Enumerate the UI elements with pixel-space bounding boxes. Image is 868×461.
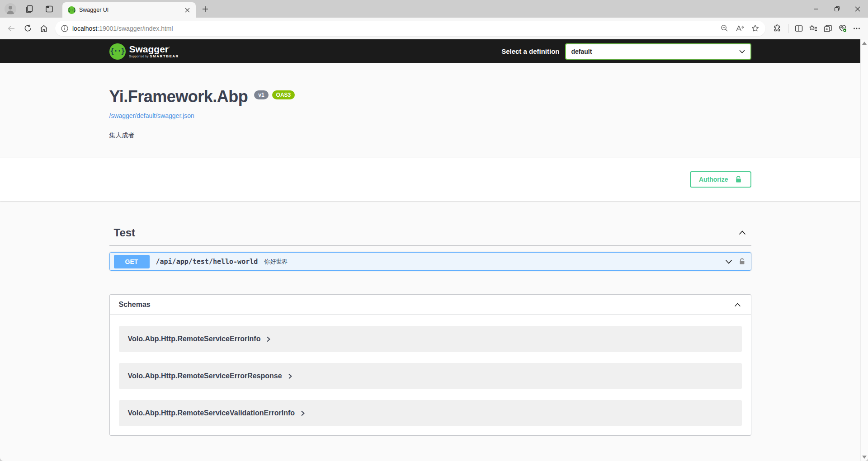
select-definition-label: Select a definition [501,47,559,55]
new-tab-button[interactable] [198,2,212,16]
window-close-button[interactable] [847,0,868,18]
swagger-logo[interactable]: {··} Swagger. Supported by SMARTBEAR [109,43,179,60]
schemas-title: Schemas [119,301,151,309]
schemas-section: Schemas Volo.Abp.Http.RemoteServiceError… [109,294,751,436]
url-host: localhost [72,25,97,32]
site-info-icon[interactable] [61,24,69,33]
window-restore-button[interactable] [826,0,847,18]
collections-icon[interactable] [821,22,835,35]
browser-essentials-icon[interactable] [835,22,849,35]
favorites-list-icon[interactable] [807,22,820,35]
chevron-right-icon [301,410,305,416]
swagger-page: {··} Swagger. Supported by SMARTBEAR Sel… [0,39,860,461]
profile-avatar-icon[interactable] [5,3,16,15]
favorite-star-icon[interactable] [748,22,762,35]
collapse-chevron-up-icon[interactable] [734,303,741,307]
operation-path[interactable]: /api/app/test/hello-world [156,258,258,266]
auth-lock-icon[interactable] [739,258,745,265]
url-text[interactable]: localhost:19001/swagger/index.html [72,25,714,32]
api-title: Yi.Framework.Abp [109,89,248,105]
model-name: Volo.Abp.Http.RemoteServiceErrorResponse [128,372,282,380]
tab-actions-icon[interactable] [42,2,56,16]
authorize-button-label: Authorize [699,176,728,183]
settings-more-icon[interactable] [850,22,863,35]
unlock-icon [735,175,742,183]
version-badge: v1 [254,90,268,99]
read-aloud-icon[interactable] [733,22,746,35]
method-badge[interactable]: GET [114,255,150,268]
swagger-logo-icon: {··} [109,43,126,60]
operation-row-get-hello-world[interactable]: GET /api/app/test/hello-world 你好世界 [109,252,751,271]
collapse-chevron-up-icon[interactable] [739,230,746,235]
zoom-out-icon[interactable] [717,22,731,35]
spec-json-link[interactable]: /swagger/default/swagger.json [109,112,194,119]
definition-select-value: default [571,48,592,55]
swagger-favicon-icon: {··} [68,6,75,14]
definition-select[interactable]: default [565,43,751,60]
model-row-remote-service-error-info[interactable]: Volo.Abp.Http.RemoteServiceErrorInfo [119,326,742,352]
tag-section-test[interactable]: Test [109,222,751,246]
model-name: Volo.Abp.Http.RemoteServiceValidationErr… [128,409,295,417]
browser-toolbar: localhost:19001/swagger/index.html [0,18,868,39]
swagger-topbar: {··} Swagger. Supported by SMARTBEAR Sel… [0,39,860,63]
swagger-logo-text: Swagger [129,44,169,54]
home-icon[interactable] [37,22,51,35]
chevron-right-icon [267,336,270,342]
smartbear-brand: SMARTBEAR [150,54,179,58]
scroll-down-icon[interactable] [862,456,867,459]
split-screen-icon[interactable] [792,22,806,35]
swagger-tagline-prefix: Supported by [129,55,149,58]
model-row-remote-service-validation-error-info[interactable]: Volo.Abp.Http.RemoteServiceValidationErr… [119,400,742,426]
toolbar-divider [788,24,788,33]
expand-chevron-down-icon[interactable] [725,259,732,264]
browser-window: {··} Swagger UI [0,0,868,461]
model-row-remote-service-error-response[interactable]: Volo.Abp.Http.RemoteServiceErrorResponse [119,363,742,389]
refresh-icon[interactable] [21,22,34,35]
url-path: :19001/swagger/index.html [97,25,173,32]
browser-tab-bar: {··} Swagger UI [0,0,868,18]
window-minimize-button[interactable] [806,0,826,18]
tab-title: Swagger UI [79,7,179,13]
oas3-badge: OAS3 [272,90,295,99]
back-icon[interactable] [5,22,18,35]
workspaces-icon[interactable] [23,2,36,16]
extensions-icon[interactable] [771,22,784,35]
tab-swagger-ui[interactable]: {··} Swagger UI [62,2,196,18]
chevron-right-icon [288,373,292,379]
api-info-section: Yi.Framework.Abp v1 OAS3 /swagger/defaul… [0,63,860,158]
scroll-up-icon[interactable] [862,42,867,45]
page-scrollbar[interactable] [860,39,868,461]
schemas-header[interactable]: Schemas [110,295,751,315]
tab-close-icon[interactable] [182,5,192,15]
operation-summary: 你好世界 [264,258,718,266]
scheme-container: Authorize [0,158,860,201]
chevron-down-icon [739,50,745,53]
api-description: 集大成者 [109,132,751,140]
authorize-button[interactable]: Authorize [690,171,751,188]
model-name: Volo.Abp.Http.RemoteServiceErrorInfo [128,335,261,343]
address-bar[interactable]: localhost:19001/swagger/index.html [55,21,765,36]
tag-title: Test [114,226,136,239]
